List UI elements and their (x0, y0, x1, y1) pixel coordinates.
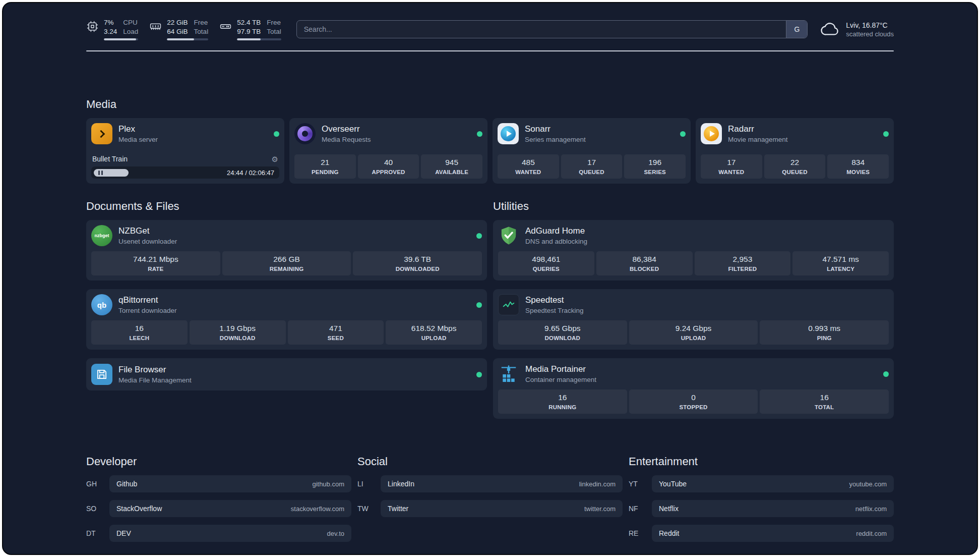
link-netflix[interactable]: Netflix netflix.com (652, 500, 894, 517)
search-provider-button[interactable]: G (786, 21, 807, 38)
cpu-loadavg: 3.24 (104, 27, 117, 36)
link-abbr: LI (357, 480, 381, 488)
weather-text: Lviv, 16.87°C scattered clouds (846, 21, 894, 38)
card-adguard[interactable]: AdGuard Home DNS and adblocking 498,461 … (493, 220, 894, 281)
stat-value: 0.993 ms (808, 324, 840, 333)
link-dev[interactable]: DEV dev.to (109, 525, 351, 542)
card-radarr[interactable]: Radarr Movie management 17 WANTED 22 QUE… (696, 118, 894, 184)
stat-label: REMAINING (270, 266, 304, 272)
stat-value: 9.65 Gbps (544, 324, 581, 333)
stat-label: FILTERED (728, 266, 757, 272)
card-filebrowser[interactable]: File Browser Media File Management (86, 358, 487, 391)
stat-value: 1.19 Gbps (219, 324, 256, 333)
ram-metric: 22 GiB 64 GiB Free Total (149, 18, 208, 40)
link-url: github.com (312, 480, 344, 488)
app-subtitle: Torrent downloader (118, 307, 177, 314)
cpu-usage: 7% (104, 18, 117, 27)
card-speedtest[interactable]: Speedtest Speedtest Tracking 9.65 Gbps D… (493, 289, 894, 350)
disk-free-label: Free (267, 18, 281, 27)
stat-upload: 9.24 Gbps UPLOAD (629, 320, 758, 345)
disk-free: 52.4 TB (237, 18, 261, 27)
status-dot (274, 131, 279, 137)
link-name: LinkedIn (388, 480, 414, 488)
link-youtube[interactable]: YouTube youtube.com (652, 475, 894, 492)
speedtest-icon (498, 294, 519, 315)
stat-value: 22 (790, 158, 799, 167)
stat-value: 17 (727, 158, 736, 167)
stat-value: 21 (321, 158, 329, 167)
links-grid: Developer GH Github github.com SO StackO… (86, 455, 894, 542)
link-name: Twitter (388, 505, 408, 513)
nzbget-icon: nzbget (91, 225, 112, 246)
stat-label: UPLOAD (681, 335, 706, 341)
ram-total-label: Total (194, 27, 209, 36)
disk-total-label: Total (267, 27, 281, 36)
cloud-icon (821, 21, 840, 38)
link-twitter[interactable]: Twitter twitter.com (381, 500, 623, 517)
stat-latency: 47.571 ms LATENCY (792, 251, 889, 275)
link-stackoverflow[interactable]: StackOverflow stackoverflow.com (109, 500, 351, 517)
card-portainer[interactable]: Media Portainer Container management 16 … (493, 358, 894, 419)
card-overseerr[interactable]: Overseerr Media Requests 21 PENDING 40 A… (289, 118, 487, 184)
pause-icon[interactable] (98, 171, 103, 175)
link-name: YouTube (659, 480, 687, 488)
section-title-documents: Documents & Files (86, 200, 487, 213)
link-url: linkedin.com (579, 480, 616, 488)
stat-value: 39.6 TB (404, 255, 431, 264)
playback-time: 24:44 / 02:06:47 (227, 169, 274, 177)
link-name: Reddit (659, 529, 679, 537)
search-input[interactable] (297, 21, 786, 38)
card-nzbget[interactable]: nzbget NZBGet Usenet downloader 744.21 M… (86, 220, 487, 281)
stat-label: SERIES (644, 169, 665, 175)
link-row: RE Reddit reddit.com (629, 525, 894, 542)
stat-download: 9.65 Gbps DOWNLOAD (498, 320, 627, 345)
stat-label: PING (817, 335, 832, 341)
stat-seed: 471 SEED (288, 320, 384, 345)
app-name: Plex (118, 124, 158, 134)
playback-progress-bar[interactable]: 24:44 / 02:06:47 (91, 166, 279, 179)
card-plex[interactable]: Plex Media server Bullet Train ⚙ (86, 118, 284, 184)
stat-download: 1.19 Gbps DOWNLOAD (190, 320, 286, 345)
link-abbr: NF (629, 505, 652, 513)
card-qbittorrent[interactable]: qb qBittorrent Torrent downloader 16 (86, 289, 487, 350)
stat-available: 945 AVAILABLE (421, 154, 482, 179)
link-github[interactable]: Github github.com (109, 475, 351, 492)
status-dot (476, 233, 482, 239)
utilities-column: Utilities (493, 200, 894, 419)
link-name: Github (116, 480, 137, 488)
status-dot (883, 371, 889, 377)
stat-value: 485 (522, 158, 535, 167)
sonarr-icon (498, 123, 519, 144)
app-name: Speedtest (525, 295, 584, 305)
app-subtitle: Speedtest Tracking (525, 307, 584, 314)
weather-widget[interactable]: Lviv, 16.87°C scattered clouds (821, 21, 894, 38)
stat-label: DOWNLOADED (396, 266, 440, 272)
link-url: stackoverflow.com (291, 505, 344, 513)
documents-column: Documents & Files nzbget NZBGet Usenet d… (86, 200, 487, 391)
ram-bar (167, 38, 208, 40)
link-linkedin[interactable]: LinkedIn linkedin.com (381, 475, 623, 492)
link-row: GH Github github.com (86, 475, 351, 492)
overseerr-icon (294, 123, 316, 144)
stat-label: AVAILABLE (435, 169, 468, 175)
media-grid: Plex Media server Bullet Train ⚙ (86, 118, 894, 184)
disk-total: 97.9 TB (237, 27, 261, 36)
topbar-divider (86, 50, 894, 51)
stat-queued: 22 QUEUED (764, 154, 826, 179)
app-name: Sonarr (525, 124, 586, 134)
stat-value: 266 GB (273, 255, 300, 264)
weather-condition: scattered clouds (846, 30, 894, 38)
link-reddit[interactable]: Reddit reddit.com (652, 525, 894, 542)
link-abbr: YT (629, 480, 652, 488)
gear-icon[interactable]: ⚙ (272, 155, 278, 163)
status-dot (680, 131, 686, 137)
cpu-icon (86, 20, 99, 33)
link-name: DEV (116, 529, 131, 537)
card-sonarr[interactable]: Sonarr Series management 485 WANTED 17 Q… (493, 118, 691, 184)
link-row: LI LinkedIn linkedin.com (357, 475, 623, 492)
stat-value: 0 (691, 393, 696, 402)
app-subtitle: Container management (525, 376, 596, 383)
stat-label: APPROVED (372, 169, 405, 175)
link-row: TW Twitter twitter.com (357, 500, 623, 517)
link-abbr: DT (86, 529, 109, 537)
